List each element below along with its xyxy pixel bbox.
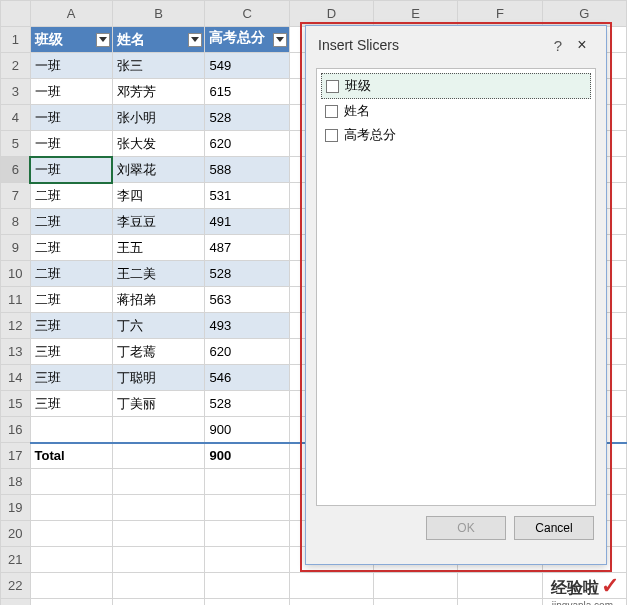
slicer-item[interactable]: 班级 (321, 73, 591, 99)
cell-score[interactable]: 563 (205, 287, 289, 313)
cell-name[interactable]: 王二美 (112, 261, 205, 287)
header-score[interactable]: 高考总分 (205, 27, 289, 53)
slicer-item[interactable]: 高考总分 (321, 123, 591, 147)
row-header[interactable]: 12 (1, 313, 31, 339)
row-header[interactable]: 16 (1, 417, 31, 443)
cell-class[interactable]: 三班 (30, 365, 112, 391)
total-label[interactable]: Total (30, 443, 112, 469)
cell-score[interactable]: 491 (205, 209, 289, 235)
cell-score[interactable]: 528 (205, 261, 289, 287)
row-header[interactable]: 9 (1, 235, 31, 261)
cell-name[interactable]: 李四 (112, 183, 205, 209)
watermark-site: jingyanla.com (552, 600, 613, 605)
cell-name[interactable]: 丁六 (112, 313, 205, 339)
cell-score[interactable]: 546 (205, 365, 289, 391)
cell-name[interactable]: 王五 (112, 235, 205, 261)
cell-class[interactable]: 二班 (30, 261, 112, 287)
row-header[interactable]: 19 (1, 495, 31, 521)
cell-score[interactable]: 528 (205, 391, 289, 417)
cell-score[interactable]: 615 (205, 79, 289, 105)
cell-class[interactable]: 三班 (30, 339, 112, 365)
cell-score[interactable]: 528 (205, 105, 289, 131)
row-header[interactable]: 13 (1, 339, 31, 365)
row-header[interactable]: 8 (1, 209, 31, 235)
cell-class[interactable]: 二班 (30, 183, 112, 209)
row-header[interactable]: 10 (1, 261, 31, 287)
row-header[interactable]: 6 (1, 157, 31, 183)
col-header-F[interactable]: F (458, 1, 542, 27)
filter-icon[interactable] (96, 33, 110, 47)
col-header-B[interactable]: B (112, 1, 205, 27)
cell-class[interactable]: 一班 (30, 131, 112, 157)
cell-name[interactable]: 邓芳芳 (112, 79, 205, 105)
dialog-title-text: Insert Slicers (318, 37, 399, 53)
slicer-item[interactable]: 姓名 (321, 99, 591, 123)
checkbox[interactable] (326, 80, 339, 93)
cell-name[interactable]: 丁老蔫 (112, 339, 205, 365)
watermark: 经验啦 ✓ (551, 573, 619, 599)
slicer-label: 姓名 (344, 102, 370, 120)
row-header[interactable]: 20 (1, 521, 31, 547)
row-header[interactable]: 22 (1, 573, 31, 599)
row-header[interactable]: 3 (1, 79, 31, 105)
cell-class[interactable]: 二班 (30, 235, 112, 261)
cell-score[interactable]: 493 (205, 313, 289, 339)
row-header[interactable]: 18 (1, 469, 31, 495)
help-button[interactable]: ? (546, 37, 570, 54)
cell-class[interactable]: 一班 (30, 53, 112, 79)
cell-class[interactable]: 二班 (30, 209, 112, 235)
checkbox[interactable] (325, 105, 338, 118)
cell-score[interactable]: 620 (205, 131, 289, 157)
col-header-E[interactable]: E (374, 1, 458, 27)
filter-icon[interactable] (273, 33, 287, 47)
cell-name[interactable]: 张大发 (112, 131, 205, 157)
cell-name[interactable]: 刘翠花 (112, 157, 205, 183)
close-button[interactable]: × (570, 36, 594, 54)
cell-name[interactable]: 丁美丽 (112, 391, 205, 417)
cell-name[interactable]: 张三 (112, 53, 205, 79)
col-header-G[interactable]: G (542, 1, 626, 27)
col-header-D[interactable]: D (289, 1, 373, 27)
row-header[interactable]: 4 (1, 105, 31, 131)
col-header-A[interactable]: A (30, 1, 112, 27)
dialog-titlebar[interactable]: Insert Slicers ? × (306, 26, 606, 64)
row-header[interactable]: 7 (1, 183, 31, 209)
cell-name[interactable]: 丁聪明 (112, 365, 205, 391)
cell-score[interactable]: 487 (205, 235, 289, 261)
checkbox[interactable] (325, 129, 338, 142)
header-class[interactable]: 班级 (30, 27, 112, 53)
cell-name[interactable]: 张小明 (112, 105, 205, 131)
cell-name[interactable]: 蒋招弟 (112, 287, 205, 313)
slicer-label: 班级 (345, 77, 371, 95)
total-value[interactable]: 900 (205, 443, 289, 469)
cell-score[interactable]: 531 (205, 183, 289, 209)
header-name[interactable]: 姓名 (112, 27, 205, 53)
row-header[interactable]: 17 (1, 443, 31, 469)
select-all-corner[interactable] (1, 1, 31, 27)
insert-slicers-dialog: Insert Slicers ? × 班级姓名高考总分 OK Cancel (305, 25, 607, 565)
ok-button[interactable]: OK (426, 516, 506, 540)
cell-score[interactable]: 620 (205, 339, 289, 365)
row-header[interactable]: 14 (1, 365, 31, 391)
row-header[interactable]: 21 (1, 547, 31, 573)
cell-class[interactable]: 一班 (30, 105, 112, 131)
subtotal-cell[interactable]: 900 (205, 417, 289, 443)
cancel-button[interactable]: Cancel (514, 516, 594, 540)
empty-row: 23 (1, 599, 627, 606)
col-header-C[interactable]: C (205, 1, 289, 27)
cell-class[interactable]: 三班 (30, 391, 112, 417)
row-header[interactable]: 23 (1, 599, 31, 606)
cell-class[interactable]: 一班 (30, 79, 112, 105)
row-header-1[interactable]: 1 (1, 27, 31, 53)
row-header[interactable]: 11 (1, 287, 31, 313)
row-header[interactable]: 5 (1, 131, 31, 157)
filter-icon[interactable] (188, 33, 202, 47)
cell-class[interactable]: 二班 (30, 287, 112, 313)
row-header[interactable]: 2 (1, 53, 31, 79)
cell-class[interactable]: 三班 (30, 313, 112, 339)
cell-name[interactable]: 李豆豆 (112, 209, 205, 235)
row-header[interactable]: 15 (1, 391, 31, 417)
cell-class[interactable]: 一班 (30, 157, 112, 183)
cell-score[interactable]: 588 (205, 157, 289, 183)
cell-score[interactable]: 549 (205, 53, 289, 79)
